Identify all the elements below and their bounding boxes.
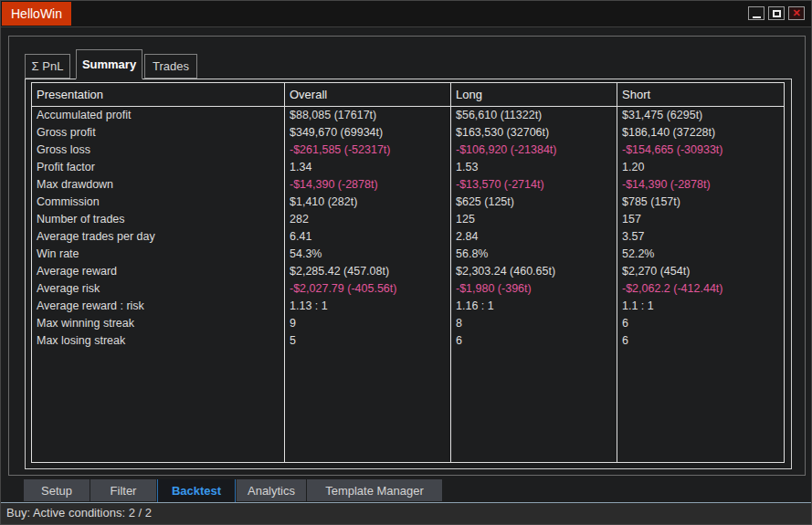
row-label: Commission (32, 194, 284, 211)
column-header-long: Long (451, 83, 617, 107)
row-label: Number of trades (32, 211, 284, 228)
minimize-icon (753, 16, 761, 18)
table-cell: -$14,390 (-2878t) (617, 176, 784, 194)
table-cell: $2,270 (454t) (617, 263, 784, 280)
window-controls: ✕ (748, 6, 805, 20)
table-column-presentation: PresentationAccumulated profitGross prof… (32, 83, 285, 462)
tab-trades-label: Trades (153, 59, 189, 73)
table-cell: 6 (451, 332, 617, 350)
tab-analytics-label: Analytics (248, 484, 295, 498)
table-cell: $2,303.24 (460.65t) (451, 263, 617, 280)
main-panel: Σ PnL Summary Trades PresentationAccumul… (8, 36, 806, 476)
tab-setup[interactable]: Setup (24, 479, 90, 501)
table-cell: 1.1 : 1 (617, 298, 784, 315)
table-cell: 6 (617, 332, 784, 350)
column-header-overall: Overall (285, 83, 450, 107)
status-bar: Buy: Active conditions: 2 / 2 (1, 502, 811, 524)
table-cell: -$154,665 (-30933t) (617, 142, 784, 159)
row-label: Average trades per day (32, 228, 284, 246)
row-label: Gross profit (32, 124, 284, 142)
table-cell: 157 (617, 211, 784, 228)
table-cell: $785 (157t) (617, 194, 784, 211)
table-cell: 1.53 (451, 159, 617, 176)
table-cell: -$1,980 (-396t) (451, 280, 617, 298)
column-header-short: Short (617, 83, 784, 107)
table-cell: 6.41 (285, 228, 450, 246)
summary-tab-page: PresentationAccumulated profitGross prof… (25, 79, 792, 469)
table-cell: -$13,570 (-2714t) (451, 176, 617, 194)
table-cell: 2.84 (451, 228, 617, 246)
table-column-short: Short$31,475 (6295t)$186,140 (37228t)-$1… (617, 83, 784, 462)
statistics-table: PresentationAccumulated profitGross prof… (31, 82, 785, 463)
table-cell: 3.57 (617, 228, 784, 246)
table-cell: $1,410 (282t) (285, 194, 450, 211)
table-cell: 1.20 (617, 159, 784, 176)
app-window: { "window": { "title": "HelloWin" }, "co… (0, 0, 812, 525)
tab-summary[interactable]: Summary (76, 49, 142, 79)
tab-template-manager[interactable]: Template Manager (307, 479, 442, 501)
row-label: Win rate (32, 246, 284, 263)
close-button[interactable]: ✕ (788, 6, 805, 20)
table-cell: $88,085 (17617t) (285, 107, 450, 124)
tab-trades[interactable]: Trades (144, 54, 197, 79)
table-cell: -$2,027.79 (-405.56t) (285, 280, 450, 298)
close-icon: ✕ (792, 8, 800, 18)
table-column-overall: Overall$88,085 (17617t)$349,670 (69934t)… (285, 83, 451, 462)
table-cell: $186,140 (37228t) (617, 124, 784, 142)
table-cell: 5 (285, 332, 450, 350)
table-cell: $163,530 (32706t) (451, 124, 617, 142)
tab-pnl[interactable]: Σ PnL (25, 54, 70, 79)
table-cell: $31,475 (6295t) (617, 107, 784, 124)
tab-pnl-label: Σ PnL (32, 59, 64, 73)
row-label: Average reward (32, 263, 284, 280)
table-cell: 54.3% (285, 246, 450, 263)
tab-analytics[interactable]: Analytics (237, 479, 306, 501)
tab-template-manager-label: Template Manager (325, 484, 424, 498)
table-cell: -$2,062.2 (-412.44t) (617, 280, 784, 298)
row-label: Max losing streak (32, 332, 284, 350)
tab-backtest[interactable]: Backtest (157, 479, 236, 503)
table-cell: -$14,390 (-2878t) (285, 176, 450, 194)
row-label: Max winning streak (32, 315, 284, 332)
bottom-tab-strip: Setup Filter Backtest Analytics Template… (24, 479, 443, 503)
table-cell: $625 (125t) (451, 194, 617, 211)
row-label: Max drawdown (32, 176, 284, 194)
table-cell: 282 (285, 211, 450, 228)
tab-setup-label: Setup (41, 484, 72, 498)
table-column-long: Long$56,610 (11322t)$163,530 (32706t)-$1… (451, 83, 617, 462)
table-cell: $56,610 (11322t) (451, 107, 617, 124)
table-cell: 1.13 : 1 (285, 298, 450, 315)
row-label: Average reward : risk (32, 298, 284, 315)
status-text: Buy: Active conditions: 2 / 2 (1, 503, 811, 523)
row-label: Gross loss (32, 142, 284, 159)
tab-summary-label: Summary (82, 58, 136, 71)
tab-filter-label: Filter (111, 484, 137, 498)
table-cell: -$261,585 (-52317t) (285, 142, 450, 159)
table-cell: 125 (451, 211, 617, 228)
table-cell: $349,670 (69934t) (285, 124, 450, 142)
maximize-button[interactable] (768, 6, 785, 20)
table-cell: 9 (285, 315, 450, 332)
table-cell: 56.8% (451, 246, 617, 263)
table-cell: -$106,920 (-21384t) (451, 142, 617, 159)
minimize-button[interactable] (748, 6, 765, 20)
table-cell: 8 (451, 315, 617, 332)
table-cell: 1.34 (285, 159, 450, 176)
table-cell: 6 (617, 315, 784, 332)
table-cell: $2,285.42 (457.08t) (285, 263, 450, 280)
table-cell: 1.16 : 1 (451, 298, 617, 315)
table-cell: 52.2% (617, 246, 784, 263)
title-bar: HelloWin ✕ (1, 1, 811, 27)
maximize-icon (773, 10, 781, 17)
window-title: HelloWin (2, 2, 71, 26)
tab-filter[interactable]: Filter (90, 479, 156, 501)
row-label: Average risk (32, 280, 284, 298)
row-label: Accumulated profit (32, 107, 284, 124)
column-header-presentation: Presentation (32, 83, 284, 107)
tab-backtest-label: Backtest (172, 484, 221, 498)
row-label: Profit factor (32, 159, 284, 176)
